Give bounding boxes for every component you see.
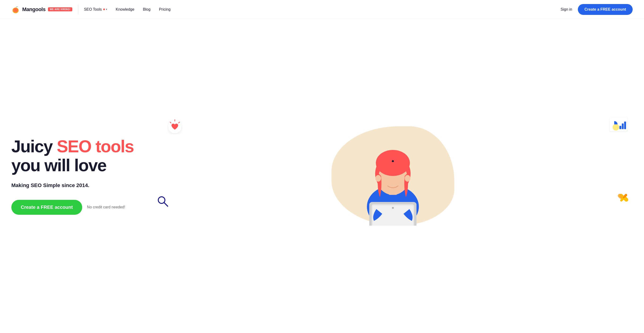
svg-line-11 <box>164 202 168 206</box>
nav-cta-button[interactable]: Create a FREE account <box>578 4 633 15</box>
chevron-down-icon: ▾ <box>106 8 107 11</box>
chart-float-icon <box>609 117 628 132</box>
logo-link[interactable]: Mangools We are hiring! <box>11 5 72 14</box>
character-illustration <box>346 126 440 226</box>
svg-point-23 <box>376 175 381 182</box>
seo-tools-dot <box>103 9 105 10</box>
hero-content: Juicy SEO tools you will love Making SEO… <box>11 137 153 214</box>
hero-section: Juicy SEO tools you will love Making SEO… <box>0 19 644 333</box>
hero-title-highlight: SEO tools <box>57 137 134 156</box>
hiring-badge: We are hiring! <box>48 7 72 11</box>
navbar: Mangools We are hiring! SEO Tools ▾ Know… <box>0 0 644 19</box>
heart-float-icon <box>167 119 182 134</box>
logo-icon <box>11 5 20 14</box>
nav-blog[interactable]: Blog <box>143 7 150 12</box>
nav-seo-tools[interactable]: SEO Tools ▾ <box>84 7 107 12</box>
search-float-icon <box>156 194 170 209</box>
svg-rect-9 <box>624 122 626 129</box>
hero-cta-button[interactable]: Create a FREE account <box>11 200 82 215</box>
nav-links: SEO Tools ▾ Knowledge Blog Pricing <box>84 7 560 12</box>
svg-rect-8 <box>622 123 624 129</box>
brand-name: Mangools <box>22 7 46 13</box>
svg-point-1 <box>13 8 18 12</box>
hero-title-plain: Juicy <box>11 137 57 156</box>
hero-title: Juicy SEO tools you will love <box>11 137 153 175</box>
hero-subtitle: Making SEO Simple since 2014. <box>11 182 153 188</box>
svg-rect-7 <box>620 126 621 129</box>
hero-title-end: you will love <box>11 156 106 175</box>
nav-divider <box>78 5 78 14</box>
svg-point-28 <box>392 207 394 209</box>
hero-cta-row: Create a FREE account No credit card nee… <box>11 200 153 215</box>
no-credit-card-text: No credit card needed! <box>87 205 125 209</box>
svg-point-24 <box>405 175 410 182</box>
nav-knowledge[interactable]: Knowledge <box>116 7 134 12</box>
nav-right: Sign in Create a FREE account <box>560 4 633 15</box>
link-float-icon <box>617 191 630 204</box>
svg-point-22 <box>376 150 410 176</box>
nav-pricing[interactable]: Pricing <box>159 7 170 12</box>
sign-in-link[interactable]: Sign in <box>560 7 572 12</box>
hero-illustration <box>153 115 633 237</box>
